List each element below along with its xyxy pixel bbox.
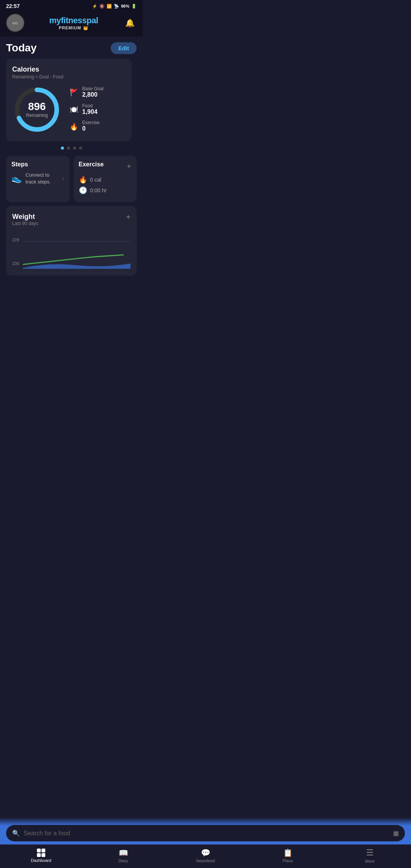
weight-card-title: Weight (12, 213, 38, 221)
edit-button[interactable]: Edit (111, 42, 137, 54)
signal-icon: 📡 (114, 4, 119, 9)
header-center: myfitnesspal PREMIUM 👑 (24, 16, 123, 30)
weight-card-subtitle: Last 90 days (12, 221, 38, 226)
base-goal-row: 🚩 Base Goal 2,800 (69, 86, 126, 99)
premium-badge: PREMIUM 👑 (24, 26, 123, 30)
user-avatar[interactable]: IMG (6, 14, 24, 32)
donut-center: 896 Remaining (26, 101, 48, 118)
shoe-icon: 👟 (11, 174, 22, 183)
calories-donut: 896 Remaining (12, 85, 62, 134)
battery-text: 96% (121, 4, 129, 8)
clock-icon: 🕐 (79, 186, 87, 195)
app-header: IMG myfitnesspal PREMIUM 👑 🔔 (0, 11, 143, 37)
wifi-icon: 📶 (107, 4, 112, 9)
exercise-cal-value: 0 cal (90, 177, 102, 183)
page-content: Today Edit Calories Remaining = Goal - F… (0, 37, 143, 329)
exercise-card: Exercise + 🔥 0 cal 🕐 0:00 hr (73, 156, 137, 202)
exercise-time-value: 0:00 hr (90, 187, 107, 193)
exercise-row: 🔥 Exercise 0 (69, 120, 126, 133)
cards-scroll: Calories Remaining = Goal - Food 896 Rem… (0, 59, 143, 141)
food-row: 🍽️ Food 1,904 (69, 104, 126, 116)
flag-icon: 🚩 (69, 88, 78, 97)
calories-card-subtitle: Remaining = Goal - Food (12, 74, 126, 80)
steps-card-title: Steps (11, 161, 64, 168)
steps-connect-text: Connect to track steps. (25, 172, 59, 185)
svg-text:IMG: IMG (12, 22, 18, 25)
steps-content: 👟 Connect to track steps. › (11, 172, 64, 185)
weight-y-max-label: 228 (12, 238, 19, 242)
calories-remaining-value: 896 (26, 101, 48, 112)
dot-1[interactable] (61, 147, 64, 150)
crown-icon: 👑 (83, 26, 89, 30)
mute-icon: 🔇 (99, 4, 105, 9)
exercise-time-row: 🕐 0:00 hr (79, 186, 132, 195)
battery-icon: 🔋 (131, 4, 137, 9)
dot-3[interactable] (73, 147, 76, 150)
today-row: Today Edit (6, 37, 137, 59)
base-goal-label: Base Goal (82, 86, 104, 91)
add-weight-button[interactable]: + (126, 213, 131, 222)
food-value: 1,904 (82, 108, 97, 116)
exercise-cal-row: 🔥 0 cal (79, 176, 132, 184)
dot-2[interactable] (67, 147, 70, 150)
chevron-right-icon: › (62, 176, 64, 182)
page-title: Today (6, 42, 37, 54)
app-title: myfitnesspal (24, 16, 123, 26)
add-exercise-button[interactable]: + (127, 162, 131, 171)
calories-content: 896 Remaining 🚩 Base Goal 2,800 🍽️ (12, 85, 126, 134)
food-label: Food (82, 104, 97, 108)
notification-bell-icon[interactable]: 🔔 (123, 16, 137, 30)
fork-icon: 🍽️ (69, 105, 78, 114)
status-right: ⚡ 🔇 📶 📡 96% 🔋 (92, 4, 137, 9)
calories-card: Calories Remaining = Goal - Food 896 Rem… (6, 59, 132, 141)
exercise-header: Exercise + (79, 161, 132, 172)
base-goal-value: 2,800 (82, 91, 104, 99)
flame-icon: 🔥 (69, 123, 78, 131)
status-time: 22:57 (6, 3, 20, 9)
steps-card[interactable]: Steps 👟 Connect to track steps. › (6, 156, 70, 202)
calories-remaining-label: Remaining (26, 113, 48, 118)
weight-card: Weight Last 90 days + 228 100 (6, 206, 137, 276)
weight-header: Weight Last 90 days + (12, 213, 131, 231)
exercise-flame-icon: 🔥 (79, 176, 87, 184)
weight-y-min-label: 100 (12, 261, 19, 266)
dot-4[interactable] (79, 147, 82, 150)
calories-card-title: Calories (12, 65, 126, 73)
exercise-value: 0 (82, 125, 100, 133)
calorie-stats: 🚩 Base Goal 2,800 🍽️ Food 1,904 (69, 86, 126, 133)
weight-chart: 228 100 (12, 235, 131, 269)
exercise-card-title: Exercise (79, 161, 104, 168)
carousel-dots (6, 141, 137, 152)
status-bar: 22:57 ⚡ 🔇 📶 📡 96% 🔋 (0, 0, 143, 11)
bluetooth-icon: ⚡ (92, 4, 97, 9)
steps-exercise-row: Steps 👟 Connect to track steps. › Exerci… (6, 156, 137, 202)
exercise-label: Exercise (82, 120, 100, 125)
